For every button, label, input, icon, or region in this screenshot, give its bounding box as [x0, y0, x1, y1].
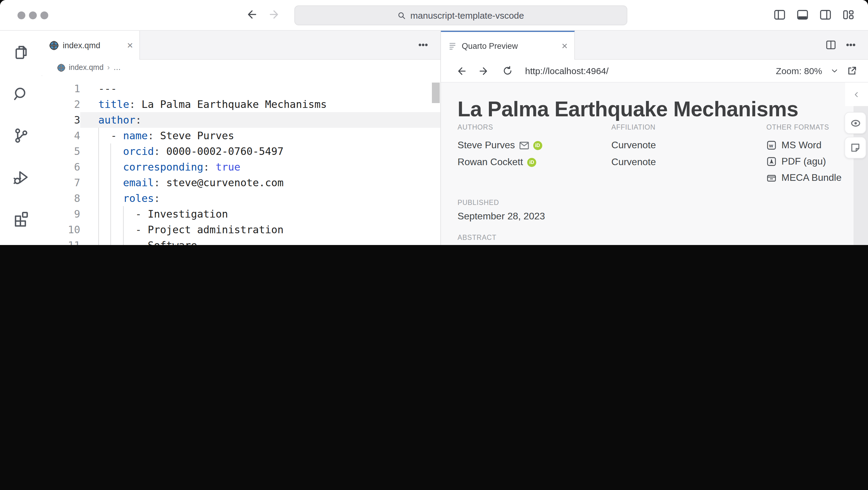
- pdf-format-icon: [766, 156, 776, 166]
- tab-quarto-preview[interactable]: Quarto Preview ✕: [441, 31, 575, 60]
- indent-guide: [98, 237, 99, 245]
- preview-group: Quarto Preview ✕: [440, 31, 868, 245]
- authors-label: AUTHORS: [458, 124, 611, 131]
- indent-guide: [111, 206, 111, 222]
- extensions-icon[interactable]: [13, 211, 29, 227]
- indent-guide: [98, 159, 99, 175]
- explorer-icon[interactable]: [13, 44, 29, 60]
- published-label: PUBLISHED: [458, 199, 849, 206]
- toggle-panel-icon[interactable]: [796, 9, 809, 21]
- more-actions-icon[interactable]: [846, 40, 856, 50]
- indent-guide: [98, 222, 99, 237]
- indent-guide: [111, 237, 111, 245]
- orcid-icon[interactable]: iD: [533, 141, 542, 150]
- code-editor[interactable]: 1---2title: La Palma Earthquake Mechanis…: [42, 76, 440, 245]
- code-line: 8 roles:: [42, 191, 440, 206]
- affiliation-row: Curvenote: [611, 137, 766, 154]
- svg-text:w: w: [769, 142, 773, 148]
- editor-more-actions-icon[interactable]: [418, 40, 428, 50]
- code-line-content: email: steve@curvenote.com: [80, 175, 440, 191]
- code-line: 5 orcid: 0000-0002-0760-5497: [42, 143, 440, 159]
- line-number: 10: [42, 222, 80, 237]
- code-line: 11 - Software: [42, 237, 440, 245]
- activity-bar: R: [0, 31, 42, 245]
- line-number: 2: [42, 96, 80, 112]
- close-tab-icon[interactable]: ✕: [561, 41, 568, 50]
- format-label: PDF (agu): [781, 156, 826, 167]
- run-debug-icon[interactable]: [13, 169, 29, 185]
- quarto-file-icon: [57, 64, 65, 71]
- tab-index-qmd[interactable]: index.qmd ✕: [42, 31, 140, 60]
- author-name: Rowan Cockett: [458, 157, 523, 168]
- code-line-content: - Investigation: [80, 206, 440, 222]
- split-editor-icon[interactable]: [826, 40, 836, 50]
- editor-group: index.qmd ✕ index.qmd › … 1---2title: La…: [42, 31, 440, 245]
- format-label: MECA Bundle: [781, 172, 841, 183]
- mail-icon[interactable]: [519, 141, 529, 149]
- indent-guide: [123, 206, 124, 222]
- indent-guide: [123, 222, 124, 237]
- preview-back-icon[interactable]: [455, 65, 466, 76]
- preview-url: http://localhost:4964/: [525, 66, 763, 76]
- line-number: 4: [42, 128, 80, 143]
- maximize-window-icon[interactable]: [40, 11, 48, 19]
- minimize-window-icon[interactable]: [29, 11, 37, 19]
- author-row: Steve PurvesiD: [458, 137, 611, 154]
- line-number: 6: [42, 159, 80, 175]
- format-link-pdf[interactable]: PDF (agu): [766, 153, 849, 169]
- orcid-icon[interactable]: iD: [527, 158, 536, 167]
- code-line-content: title: La Palma Earthquake Mechanisms: [80, 96, 440, 112]
- format-link-archive[interactable]: MECA Bundle: [766, 169, 849, 186]
- code-line-content: - name: Steve Purves: [80, 128, 440, 143]
- archive-format-icon: [766, 173, 776, 182]
- collapse-sidebar-button[interactable]: [845, 83, 868, 106]
- chevron-down-icon[interactable]: [831, 67, 838, 75]
- editor-scrollbar[interactable]: [432, 83, 439, 103]
- open-external-icon[interactable]: [847, 66, 857, 76]
- breadcrumb-file[interactable]: index.qmd: [69, 63, 103, 72]
- quarto-file-icon: [50, 41, 59, 50]
- indent-guide: [111, 191, 111, 206]
- toggle-sidebar-icon[interactable]: [773, 9, 786, 21]
- close-tab-icon[interactable]: ✕: [127, 41, 133, 50]
- code-line-content: - Project administration: [80, 222, 440, 237]
- code-line: 9 - Investigation: [42, 206, 440, 222]
- published-date: September 28, 2023: [458, 211, 849, 222]
- code-line-content: roles:: [80, 191, 440, 206]
- code-line: 2title: La Palma Earthquake Mechanisms: [42, 96, 440, 112]
- title-bar: manuscript-template-vscode: [0, 0, 868, 31]
- tab-label: Quarto Preview: [462, 41, 518, 50]
- code-line-content: - Software: [80, 237, 440, 245]
- author-name: Steve Purves: [458, 140, 515, 151]
- code-line-content: author:: [80, 112, 440, 128]
- history-forward-icon[interactable]: [269, 8, 281, 21]
- chevron-right-icon: ›: [107, 63, 110, 72]
- indent-guide: [98, 143, 99, 159]
- line-number: 9: [42, 206, 80, 222]
- command-center-search[interactable]: manuscript-template-vscode: [294, 5, 627, 25]
- indent-guide: [98, 206, 99, 222]
- toggle-secondary-sidebar-icon[interactable]: [819, 9, 832, 21]
- zoom-level[interactable]: Zoom: 80%: [776, 66, 822, 76]
- code-line: 7 email: steve@curvenote.com: [42, 175, 440, 191]
- notes-button[interactable]: [844, 137, 866, 159]
- author-row: Rowan CockettiD: [458, 154, 611, 170]
- format-link-word[interactable]: wMS Word: [766, 137, 849, 153]
- breadcrumb-more[interactable]: …: [114, 63, 121, 72]
- source-control-icon[interactable]: [13, 128, 29, 143]
- window-controls: [18, 11, 48, 19]
- code-line-content: ---: [80, 81, 440, 96]
- indent-guide: [111, 159, 111, 175]
- visibility-button[interactable]: [844, 112, 866, 134]
- reload-icon[interactable]: [502, 66, 513, 76]
- preview-list-icon: [448, 41, 458, 50]
- close-window-icon[interactable]: [18, 11, 25, 19]
- breadcrumb[interactable]: index.qmd › …: [42, 60, 440, 75]
- history-back-icon[interactable]: [245, 8, 257, 21]
- affiliation-row: Curvenote: [611, 154, 766, 170]
- customize-layout-icon[interactable]: [842, 9, 855, 21]
- search-sidebar-icon[interactable]: [13, 86, 29, 102]
- word-format-icon: w: [766, 140, 776, 150]
- indent-guide: [111, 222, 111, 237]
- preview-forward-icon[interactable]: [478, 65, 490, 76]
